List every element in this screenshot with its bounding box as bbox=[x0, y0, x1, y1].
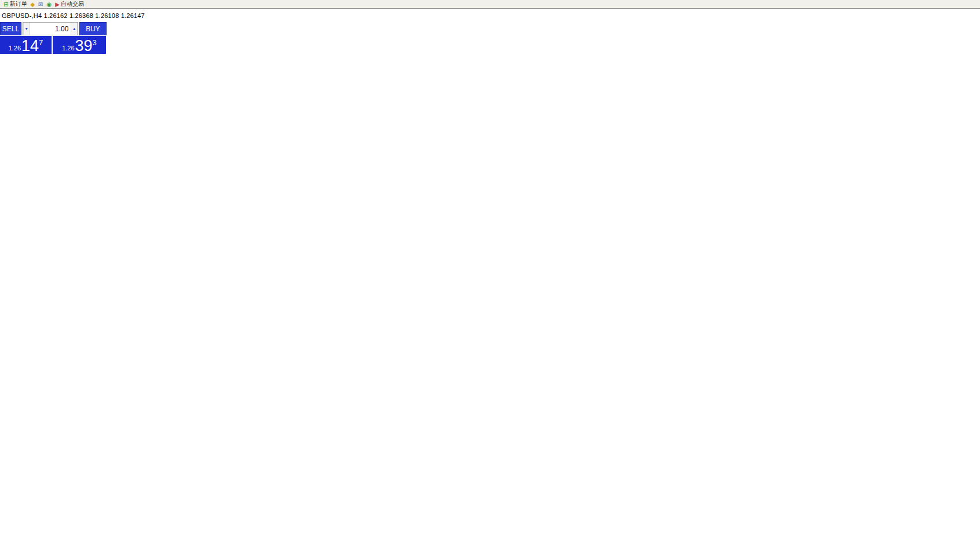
volume-increase-icon[interactable]: ▲ bbox=[71, 23, 78, 35]
profiles-icon: ◆ bbox=[30, 1, 35, 8]
buy-price-pip: 3 bbox=[93, 38, 97, 47]
signals-button[interactable]: ◉ bbox=[45, 1, 53, 8]
sell-price-prefix: 1.26 bbox=[9, 45, 21, 52]
community-button[interactable]: ✉ bbox=[36, 1, 45, 8]
buy-price[interactable]: 1.26 39 3 bbox=[53, 36, 106, 54]
signals-icon: ◉ bbox=[46, 1, 52, 8]
sell-button[interactable]: SELL bbox=[0, 22, 21, 35]
community-icon: ✉ bbox=[38, 1, 43, 8]
chart-area bbox=[0, 0, 980, 542]
one-click-trading-panel: SELL ▼ ▲ BUY 1.26 14 7 1.26 39 3 bbox=[0, 22, 107, 54]
new-order-icon: ⊞ bbox=[3, 1, 8, 8]
sell-price[interactable]: 1.26 14 7 bbox=[0, 36, 52, 54]
volume-decrease-icon[interactable]: ▼ bbox=[23, 23, 30, 35]
buy-price-prefix: 1.26 bbox=[62, 45, 74, 52]
buy-button[interactable]: BUY bbox=[79, 22, 107, 35]
buy-price-main: 39 bbox=[75, 38, 93, 54]
new-order-button-label: 新订单 bbox=[9, 0, 27, 8]
autotrading-button[interactable]: ▶自动交易 bbox=[53, 1, 86, 8]
profiles-button[interactable]: ◆ bbox=[28, 1, 36, 8]
chart-symbol-ohlc: GBPUSD-,H4 1.26162 1.26368 1.26108 1.261… bbox=[2, 12, 145, 19]
sell-price-pip: 7 bbox=[39, 38, 43, 47]
sell-price-main: 14 bbox=[21, 38, 39, 54]
new-order-button[interactable]: ⊞新订单 bbox=[2, 1, 28, 8]
autotrading-icon: ▶ bbox=[55, 1, 60, 8]
autotrading-button-label: 自动交易 bbox=[61, 0, 84, 8]
main-toolbar: ⊞新订单◆✉◉▶自动交易 bbox=[0, 0, 980, 9]
volume-stepper: ▼ ▲ bbox=[23, 22, 78, 35]
volume-input[interactable] bbox=[30, 23, 71, 35]
